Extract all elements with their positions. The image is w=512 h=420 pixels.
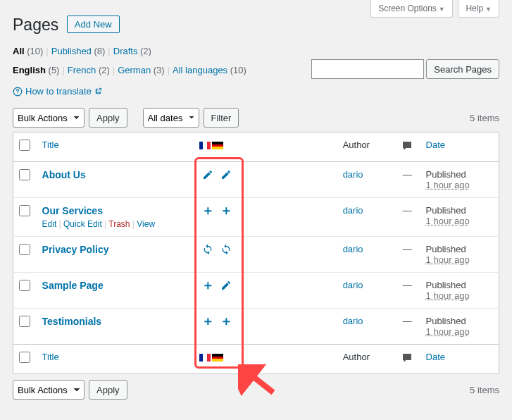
- page-link[interactable]: Testimonials: [42, 316, 102, 327]
- row-status: Published: [426, 205, 466, 216]
- chevron-down-icon: ▼: [485, 6, 492, 13]
- help-tab[interactable]: Help▼: [458, 0, 499, 18]
- filter-drafts[interactable]: Drafts: [113, 46, 138, 56]
- filter-german[interactable]: German: [118, 65, 151, 75]
- row-date: 1 hour ago: [426, 216, 470, 226]
- comments-count: —: [403, 316, 412, 326]
- row-date: 1 hour ago: [426, 180, 470, 190]
- row-action-quickedit[interactable]: Quick Edit: [63, 219, 102, 229]
- author-link[interactable]: dario: [343, 244, 363, 254]
- bulk-actions-select-bottom[interactable]: Bulk Actions: [13, 380, 85, 400]
- flag-fr-icon: [199, 142, 211, 149]
- column-languages-footer: [194, 345, 337, 374]
- row-date: 1 hour ago: [426, 254, 470, 265]
- pencil-icon[interactable]: [220, 169, 232, 180]
- language-filter-row: English (5)|French (2)|German (3)|All la…: [13, 65, 246, 75]
- author-link[interactable]: dario: [343, 316, 363, 326]
- row-date: 1 hour ago: [426, 326, 470, 337]
- search-input[interactable]: [311, 59, 424, 79]
- author-link[interactable]: dario: [343, 169, 363, 180]
- author-link[interactable]: dario: [343, 280, 363, 290]
- plus-icon[interactable]: [220, 205, 232, 216]
- comments-count: —: [403, 169, 412, 180]
- comment-bubble-icon: [401, 352, 413, 364]
- page-link[interactable]: About Us: [42, 169, 86, 180]
- column-comments-footer[interactable]: [394, 345, 420, 374]
- table-row: Sample Pagedario—Published1 hour ago: [13, 273, 499, 309]
- pencil-icon[interactable]: [220, 280, 232, 291]
- row-status: Published: [426, 280, 466, 290]
- filter-all-languages[interactable]: All languages: [173, 65, 227, 75]
- chevron-down-icon: ▼: [439, 6, 445, 13]
- page-link[interactable]: Our Services: [42, 205, 103, 216]
- bulk-apply-button[interactable]: Apply: [89, 108, 127, 128]
- search-pages-button[interactable]: Search Pages: [426, 59, 499, 79]
- table-row: Our ServicesEdit | Quick Edit | Trash | …: [13, 198, 499, 237]
- column-title[interactable]: Title: [42, 140, 59, 150]
- row-status: Published: [426, 316, 466, 326]
- plus-icon[interactable]: [202, 316, 213, 327]
- page-link[interactable]: Privacy Policy: [42, 244, 109, 255]
- screen-options-label: Screen Options: [378, 4, 437, 13]
- external-link-icon: [94, 87, 102, 95]
- filter-french[interactable]: French: [68, 65, 96, 75]
- items-count-bottom: 5 items: [470, 385, 499, 395]
- plus-icon[interactable]: [220, 316, 232, 327]
- row-action-view[interactable]: View: [137, 219, 155, 229]
- items-count: 5 items: [470, 113, 499, 123]
- bulk-apply-button-bottom[interactable]: Apply: [89, 380, 127, 400]
- sync-icon[interactable]: [202, 244, 213, 255]
- filter-count: (10): [25, 46, 44, 56]
- filter-count: (2): [96, 65, 110, 75]
- table-row: About Usdario—Published1 hour ago: [13, 162, 499, 198]
- svg-point-1: [17, 93, 18, 94]
- row-date: 1 hour ago: [426, 290, 470, 301]
- row-action-trash[interactable]: Trash: [108, 219, 130, 229]
- row-checkbox[interactable]: [19, 280, 30, 291]
- comments-count: —: [403, 244, 412, 254]
- how-to-translate-label: How to translate: [25, 86, 92, 97]
- row-checkbox[interactable]: [19, 244, 30, 255]
- sync-icon[interactable]: [220, 244, 232, 255]
- comment-bubble-icon: [401, 140, 413, 152]
- page-link[interactable]: Sample Page: [42, 280, 104, 291]
- filter-all: All: [13, 46, 25, 56]
- plus-icon[interactable]: [202, 205, 213, 216]
- column-date[interactable]: Date: [426, 140, 445, 150]
- add-new-button[interactable]: Add New: [67, 16, 120, 33]
- author-link[interactable]: dario: [343, 205, 363, 216]
- filter-count: (2): [137, 46, 151, 56]
- help-label: Help: [466, 4, 483, 13]
- row-action-edit[interactable]: Edit: [42, 219, 57, 229]
- filter-english: English: [13, 65, 46, 75]
- select-all-checkbox[interactable]: [19, 140, 30, 151]
- select-all-checkbox-footer[interactable]: [19, 352, 30, 363]
- filter-count: (10): [227, 65, 246, 75]
- flag-de-icon: [212, 354, 223, 362]
- pencil-icon[interactable]: [202, 169, 213, 180]
- row-status: Published: [426, 169, 466, 180]
- how-to-translate-link[interactable]: How to translate: [13, 86, 102, 97]
- comments-count: —: [403, 280, 412, 290]
- row-checkbox[interactable]: [19, 205, 30, 216]
- filter-count: (3): [151, 65, 165, 75]
- filter-published[interactable]: Published: [51, 46, 92, 56]
- filter-count: (5): [46, 65, 60, 75]
- date-filter-select[interactable]: All dates: [143, 108, 199, 128]
- row-status: Published: [426, 244, 466, 254]
- column-languages: [194, 132, 337, 162]
- table-row: Testimonialsdario—Published1 hour ago: [13, 309, 499, 345]
- help-circle-icon: [13, 87, 23, 97]
- column-date-footer[interactable]: Date: [426, 352, 445, 362]
- column-title-footer[interactable]: Title: [42, 352, 59, 362]
- plus-icon[interactable]: [202, 280, 213, 291]
- column-author: Author: [337, 132, 394, 162]
- row-checkbox[interactable]: [19, 169, 30, 180]
- bulk-actions-select[interactable]: Bulk Actions: [13, 108, 85, 128]
- row-checkbox[interactable]: [19, 316, 30, 327]
- column-comments[interactable]: [394, 132, 420, 162]
- status-filter-row: All (10)|Published (8)|Drafts (2): [13, 46, 499, 56]
- filter-button[interactable]: Filter: [204, 108, 239, 128]
- screen-options-tab[interactable]: Screen Options▼: [370, 0, 453, 18]
- filter-count: (8): [92, 46, 106, 56]
